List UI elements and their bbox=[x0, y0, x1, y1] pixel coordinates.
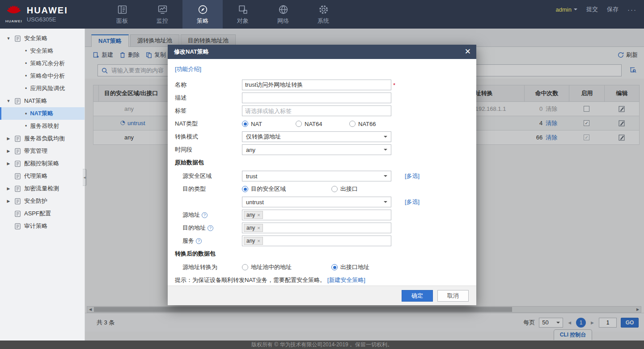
module-icon bbox=[14, 210, 21, 217]
tree-arrow-icon[interactable]: ▼ bbox=[6, 99, 11, 103]
dest-zone-select[interactable]: untrust bbox=[242, 197, 391, 207]
sidebar-item-6[interactable]: •NAT策略 bbox=[0, 107, 85, 120]
nav-label: 策略 bbox=[197, 17, 208, 25]
bullet-icon: • bbox=[25, 48, 27, 54]
huawei-logo-icon: HUAWEI bbox=[5, 5, 22, 23]
sidebar-item-4[interactable]: •应用风险调优 bbox=[0, 82, 85, 95]
nav-item-object[interactable]: 对象 bbox=[223, 0, 263, 29]
sidebar-item-9[interactable]: ▶带宽管理 bbox=[0, 145, 85, 157]
ok-button[interactable]: 确定 bbox=[402, 290, 433, 302]
nav-item-system[interactable]: 系统 bbox=[303, 0, 343, 29]
help-icon[interactable]: ? bbox=[202, 212, 208, 218]
logo-caption: HUAWEI bbox=[5, 19, 22, 23]
sidebar-item-11[interactable]: 代理策略 bbox=[0, 170, 85, 182]
remove-chip-icon[interactable]: × bbox=[257, 238, 260, 244]
sidebar-item-label: 配额控制策略 bbox=[24, 160, 59, 168]
sidebar-item-0[interactable]: ▼安全策略 bbox=[0, 32, 85, 45]
user-menu[interactable]: admin bbox=[556, 6, 577, 13]
help-icon[interactable]: ? bbox=[208, 225, 213, 231]
radio-address-pool[interactable]: 地址池中的地址 bbox=[242, 263, 331, 271]
description-input[interactable] bbox=[242, 93, 391, 103]
dest-addr-input[interactable]: any× bbox=[242, 223, 391, 233]
addr-chip: any× bbox=[244, 224, 263, 232]
nav-item-dashboard[interactable]: 面板 bbox=[102, 0, 142, 29]
radio-nat64[interactable]: NAT64 bbox=[296, 121, 349, 127]
sidebar-item-10[interactable]: ▶配额控制策略 bbox=[0, 157, 85, 170]
sidebar-item-label: 安全防护 bbox=[24, 197, 47, 205]
dest-zone-multi-link[interactable]: [多选] bbox=[405, 198, 419, 206]
name-input[interactable] bbox=[242, 80, 391, 90]
time-range-label: 时间段 bbox=[175, 146, 242, 154]
tree-arrow-icon[interactable]: ▶ bbox=[6, 186, 11, 191]
remove-chip-icon[interactable]: × bbox=[257, 212, 260, 218]
tree-arrow-icon[interactable]: ▶ bbox=[6, 149, 11, 153]
service-input[interactable]: any× bbox=[242, 235, 391, 246]
feature-intro-link[interactable]: [功能介绍] bbox=[175, 65, 469, 73]
hint-text: 提示：为保证设备顺利转发NAT业务，需要配置安全策略。 bbox=[175, 277, 326, 283]
cancel-button[interactable]: 取消 bbox=[437, 290, 469, 302]
radio-out-interface-addr[interactable]: 出接口地址 bbox=[331, 263, 369, 271]
dialog-title: 修改NAT策略 bbox=[168, 45, 476, 59]
close-icon[interactable]: ✕ bbox=[465, 47, 471, 56]
sidebar-item-2[interactable]: •策略冗余分析 bbox=[0, 57, 85, 70]
dialog-body: [功能介绍] 名称 * 描述 标签 NAT类型 NAT NAT64 NAT66 … bbox=[168, 59, 476, 286]
sidebar-item-7[interactable]: •服务器映射 bbox=[0, 120, 85, 132]
remove-chip-icon[interactable]: × bbox=[257, 225, 260, 231]
sidebar-item-label: 安全策略 bbox=[30, 47, 53, 55]
src-addr-input[interactable]: any× bbox=[242, 210, 391, 220]
device-model: USG6305E bbox=[27, 17, 68, 23]
sidebar-item-8[interactable]: ▶服务器负载均衡 bbox=[0, 132, 85, 145]
tag-input[interactable] bbox=[242, 105, 391, 116]
mode-select[interactable]: 仅转换源地址 bbox=[242, 131, 391, 142]
submit-button[interactable]: 提交 bbox=[586, 5, 598, 13]
nav-item-network[interactable]: 网络 bbox=[263, 0, 303, 29]
sidebar-item-label: 策略冗余分析 bbox=[30, 59, 65, 67]
radio-nat66[interactable]: NAT66 bbox=[349, 121, 403, 127]
radio-icon bbox=[242, 121, 248, 127]
sidebar-item-label: NAT策略 bbox=[24, 97, 47, 105]
dest-type-label: 目的类型 bbox=[175, 185, 242, 193]
nat-type-label: NAT类型 bbox=[175, 120, 242, 128]
radio-icon bbox=[296, 121, 302, 127]
app-header: HUAWEI HUAWEI USG6305E 面板 监控 策略 对象 网络 bbox=[0, 0, 644, 29]
tree-arrow-icon[interactable]: ▶ bbox=[6, 199, 11, 203]
sidebar-item-3[interactable]: •策略命中分析 bbox=[0, 70, 85, 82]
sidebar-item-12[interactable]: ▶加密流量检测 bbox=[0, 182, 85, 195]
sidebar-item-label: 代理策略 bbox=[24, 172, 47, 180]
save-button[interactable]: 保存 bbox=[607, 5, 619, 13]
sidebar-item-13[interactable]: ▶安全防护 bbox=[0, 195, 85, 207]
more-menu-icon[interactable]: ··· bbox=[627, 6, 637, 13]
tree-arrow-icon[interactable]: ▶ bbox=[6, 136, 11, 141]
radio-nat[interactable]: NAT bbox=[242, 121, 296, 127]
chevron-down-icon bbox=[384, 136, 387, 139]
sidebar-item-label: 安全策略 bbox=[24, 34, 47, 42]
copyright-footer: 版权所有 © 华为技术有限公司2014-2019 。保留一切权利。 bbox=[0, 341, 644, 349]
time-range-select[interactable]: any bbox=[242, 144, 391, 155]
edit-nat-policy-dialog: 修改NAT策略 ✕ [功能介绍] 名称 * 描述 标签 NAT类型 NAT NA… bbox=[168, 45, 476, 305]
src-zone-multi-link[interactable]: [多选] bbox=[405, 172, 419, 180]
tree-arrow-icon[interactable]: ▼ bbox=[6, 36, 11, 41]
addr-chip: any× bbox=[244, 211, 263, 219]
name-label: 名称 bbox=[175, 81, 242, 89]
nav-label: 网络 bbox=[277, 17, 289, 25]
hint-row: 提示：为保证设备顺利转发NAT业务，需要配置安全策略。 [新建安全策略] bbox=[175, 276, 469, 284]
src-zone-select[interactable]: trust bbox=[242, 171, 391, 181]
nav-item-monitor[interactable]: 监控 bbox=[142, 0, 182, 29]
sidebar-item-5[interactable]: ▼NAT策略 bbox=[0, 95, 85, 107]
chevron-down-icon bbox=[574, 8, 577, 12]
radio-icon bbox=[349, 121, 356, 127]
radio-out-interface[interactable]: 出接口 bbox=[331, 185, 358, 193]
module-icon bbox=[14, 185, 21, 192]
src-addr-label: 源地址? bbox=[175, 211, 242, 219]
radio-dest-zone[interactable]: 目的安全区域 bbox=[242, 185, 331, 193]
tree-arrow-icon[interactable]: ▶ bbox=[6, 161, 11, 166]
sidebar-item-15[interactable]: 审计策略 bbox=[0, 220, 85, 232]
sidebar-item-label: NAT策略 bbox=[30, 109, 53, 118]
nav-item-policy[interactable]: 策略 bbox=[182, 0, 223, 29]
sidebar-item-14[interactable]: ASPF配置 bbox=[0, 207, 85, 220]
new-security-policy-link[interactable]: [新建安全策略] bbox=[327, 277, 365, 283]
sidebar-nav: ▼安全策略•安全策略•策略冗余分析•策略命中分析•应用风险调优▼NAT策略•NA… bbox=[0, 29, 85, 341]
help-icon[interactable]: ? bbox=[196, 238, 202, 244]
module-icon bbox=[14, 135, 21, 142]
sidebar-item-1[interactable]: •安全策略 bbox=[0, 45, 85, 57]
